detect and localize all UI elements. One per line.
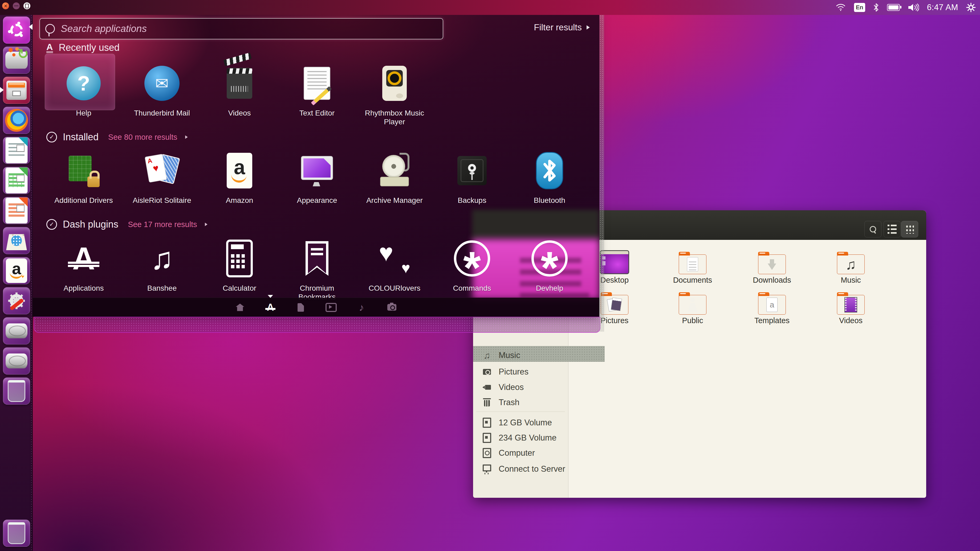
result-devhelp[interactable]: * Devhelp: [513, 236, 586, 292]
folder-icon: [758, 252, 786, 274]
chevron-right-icon: [587, 25, 590, 30]
amazon-icon: a: [6, 259, 27, 283]
lens-music[interactable]: ♪: [350, 298, 374, 317]
solitaire-icon: A♥: [145, 155, 179, 187]
folder-label: Templates: [741, 316, 803, 325]
launcher-item-libreoffice-impress[interactable]: [3, 197, 30, 224]
lens-photos[interactable]: [380, 298, 404, 317]
folder-documents[interactable]: Documents: [662, 248, 723, 284]
lens-home[interactable]: [228, 298, 252, 317]
sidebar-item-trash[interactable]: Trash: [473, 395, 568, 410]
sidebar-item-music[interactable]: ♫ Music: [473, 348, 568, 363]
result-text-editor[interactable]: Text Editor: [281, 61, 353, 118]
launcher-item-glass[interactable]: [3, 378, 30, 405]
window-controls: ✕ —: [2, 2, 30, 9]
folder-videos[interactable]: Videos: [820, 288, 881, 325]
result-videos[interactable]: Videos: [203, 61, 276, 118]
volume-icon[interactable]: [908, 3, 919, 12]
sidebar-separator: [476, 411, 565, 412]
list-view-button[interactable]: [884, 221, 900, 237]
asterisk-circle-icon: *: [454, 240, 490, 276]
sidebar-item-label: Computer: [499, 448, 535, 458]
launcher-item-dash-home[interactable]: [3, 16, 30, 44]
folder-downloads[interactable]: Downloads: [741, 248, 803, 284]
camera-icon: [387, 304, 396, 311]
sidebar-item-234gb-volume[interactable]: 234 GB Volume: [473, 430, 568, 445]
chevron-right-icon: [205, 223, 207, 226]
filter-results-button[interactable]: Filter results: [534, 22, 590, 32]
grid-view-button[interactable]: [901, 221, 918, 237]
result-chromium-bookmarks[interactable]: Chromium Bookmarks: [281, 236, 353, 301]
launcher-item-amazon[interactable]: a: [3, 257, 30, 284]
launcher-item-volume-2[interactable]: [3, 347, 30, 375]
launcher-item-libreoffice-writer[interactable]: [3, 137, 30, 164]
check-circle-icon: ✓: [46, 219, 57, 230]
result-appearance[interactable]: Appearance: [281, 148, 353, 205]
lens-video[interactable]: [319, 298, 343, 317]
lens-files[interactable]: [289, 298, 313, 317]
see-more-link[interactable]: See 17 more results: [128, 220, 197, 229]
result-aisleriot[interactable]: A♥ AisleRiot Solitaire: [126, 148, 198, 205]
result-calculator[interactable]: Calculator: [203, 236, 276, 292]
result-label: Bluetooth: [513, 196, 586, 205]
sidebar-item-videos[interactable]: Videos: [473, 380, 568, 395]
lens-applications[interactable]: A: [258, 298, 282, 317]
launcher-item-system-settings[interactable]: [3, 287, 30, 314]
launcher-item-files[interactable]: [3, 77, 30, 104]
result-backups[interactable]: Backups: [436, 148, 508, 205]
folder-public[interactable]: Public: [662, 288, 723, 325]
folder-music[interactable]: ♫ Music: [820, 248, 881, 284]
result-help[interactable]: ? Help: [48, 61, 120, 118]
launcher-item-firefox[interactable]: [3, 107, 30, 134]
result-amazon[interactable]: a Amazon: [203, 148, 276, 205]
result-bluetooth[interactable]: Bluetooth: [513, 148, 586, 205]
result-applications-plugin[interactable]: A Applications: [48, 236, 120, 292]
sidebar-item-pictures[interactable]: Pictures: [473, 364, 568, 379]
close-button[interactable]: ✕: [2, 2, 9, 9]
list-view-icon: [888, 225, 897, 234]
result-commands[interactable]: * Commands: [436, 236, 508, 292]
dash-search-bar[interactable]: [40, 18, 443, 40]
search-input[interactable]: [60, 23, 438, 35]
section-title: Dash plugins: [63, 219, 118, 230]
section-title: Installed: [63, 132, 99, 143]
result-colourlovers[interactable]: ♥♥ COLOURlovers: [358, 236, 431, 292]
sidebar-item-computer[interactable]: Computer: [473, 446, 568, 460]
launcher-item-software-updater[interactable]: ↻: [3, 46, 30, 74]
section-header-recently-used: A Recently used: [46, 42, 119, 53]
session-gear-icon[interactable]: [966, 3, 976, 12]
sidebar-item-label: 234 GB Volume: [499, 433, 557, 443]
see-more-link[interactable]: See 80 more results: [108, 133, 177, 141]
camcorder-icon: [482, 383, 492, 392]
network-icon[interactable]: [835, 3, 846, 11]
result-thunderbird[interactable]: ✉ Thunderbird Mail: [126, 61, 198, 118]
keyboard-indicator[interactable]: En: [854, 3, 865, 12]
bluetooth-icon[interactable]: [873, 3, 879, 12]
launcher-item-software-center[interactable]: [3, 227, 30, 254]
folder-templates[interactable]: a Templates: [741, 288, 803, 325]
section-header-dash-plugins: ✓ Dash plugins See 17 more results: [46, 219, 208, 230]
search-button[interactable]: [864, 221, 881, 237]
result-rhythmbox[interactable]: Rhythmbox Music Player: [358, 61, 431, 126]
maximize-button[interactable]: [24, 2, 30, 9]
applications-lens-icon: A: [72, 243, 95, 274]
result-label: Additional Drivers: [48, 196, 120, 205]
sidebar-item-connect-to-server[interactable]: Connect to Server: [473, 462, 568, 476]
active-lens-indicator: [268, 295, 273, 298]
launcher-item-volume-1[interactable]: [3, 317, 30, 345]
result-banshee[interactable]: ♫ Banshee: [126, 236, 198, 292]
launcher-item-trash[interactable]: [3, 519, 30, 547]
result-archive-manager[interactable]: Archive Manager: [358, 148, 431, 205]
launcher-item-libreoffice-calc[interactable]: [3, 167, 30, 194]
section-title: Recently used: [59, 42, 119, 53]
impress-icon: [5, 197, 28, 224]
clock[interactable]: 6:47 AM: [927, 3, 958, 12]
drive-icon: [482, 418, 492, 427]
desktop-icon: [600, 250, 629, 274]
folder-label: Downloads: [741, 276, 803, 284]
sidebar-item-12gb-volume[interactable]: 12 GB Volume: [473, 415, 568, 430]
music-icon: ♫: [482, 351, 492, 360]
result-additional-drivers[interactable]: Additional Drivers: [48, 148, 120, 205]
battery-icon[interactable]: [887, 4, 900, 11]
minimize-button[interactable]: —: [13, 2, 20, 9]
